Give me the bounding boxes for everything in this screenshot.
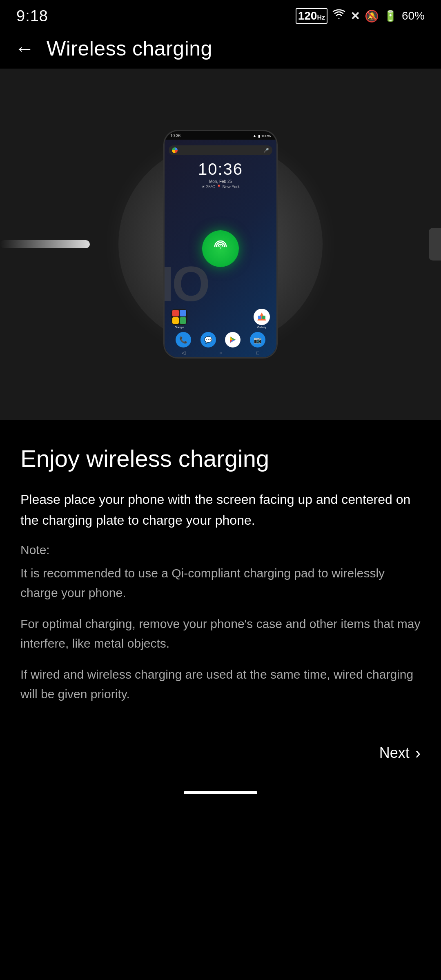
phone-clock: 10:36 [165,160,276,178]
phone-status-bar: 10:36 ▲ ▮ 100% [165,131,276,140]
phone-date: Mon, Feb 25 [165,179,276,184]
note-2: For optimal charging, remove your phone'… [20,614,421,653]
bottom-indicator [0,783,441,806]
charging-cable [0,240,90,248]
phone-battery-icon: ▮ 100% [258,134,271,138]
mute-icon: 🔕 [365,9,379,23]
google-folder: Google [171,309,187,329]
home-nav-icon: ○ [219,350,222,356]
phone-wifi-icon: ▲ [253,134,257,138]
svg-rect-3 [262,316,265,319]
back-nav-icon: ◁ [182,350,185,356]
status-time: 9:18 [16,7,48,25]
right-edge-hint [429,228,441,261]
phone-call-icon: 📞 [176,332,191,347]
drive-icon [172,317,179,324]
next-button-area[interactable]: Next › [0,732,441,783]
phone-mockup: 10:36 ▲ ▮ 100% IO 🎤 10:36 Mon, Feb 25 ☀ … [163,130,278,359]
gallery-icon [254,309,270,325]
section-title: Enjoy wireless charging [20,444,421,473]
google-folder-label: Google [175,326,184,329]
next-label: Next [379,744,410,762]
note-3: If wired and wireless charging are used … [20,665,421,704]
phone-clock-area: 10:36 Mon, Feb 25 ☀ 25°C 📍 New York [165,160,276,189]
gallery-app: Gallery [254,309,270,329]
wallpaper-number: IO [165,259,208,308]
gallery-label: Gallery [257,326,266,329]
phone-weather: ☀ 25°C 📍 New York [165,185,276,189]
page-title: Wireless charging [47,37,212,60]
phone-dock: 📞 💬 📷 [165,332,276,347]
top-bar: ← Wireless charging [0,29,441,69]
wireless-charging-icon [212,238,229,258]
phone-screen: IO 🎤 10:36 Mon, Feb 25 ☀ 25°C 📍 New York [165,140,276,357]
recents-nav-icon: □ [256,350,259,356]
google-logo [172,147,178,153]
svg-rect-2 [258,316,261,319]
status-bar: 9:18 120Hz ✕ 🔕 🔋 60% [0,0,441,29]
phone-search-bar: 🎤 [169,145,272,155]
phone-time: 10:36 [170,134,180,138]
next-button[interactable]: Next › [379,744,421,762]
note-1: It is recommended to use a Qi-compliant … [20,564,421,603]
play-store-icon [225,332,241,347]
folder-icon [171,309,187,325]
meet-icon [180,317,186,324]
maps-icon [180,310,186,316]
hero-image: 10:36 ▲ ▮ 100% IO 🎤 10:36 Mon, Feb 25 ☀ … [0,69,441,420]
next-chevron-icon: › [415,744,421,762]
back-button[interactable]: ← [15,39,34,58]
phone-app-row: Google Gallery [165,309,276,329]
gmail-icon [172,310,179,316]
battery-percent: 60% [402,9,425,22]
phone-nav-bar: ◁ ○ □ [165,350,276,356]
hz-icon: 120Hz [296,8,327,24]
camera-icon: 📷 [250,332,265,347]
content-area: Enjoy wireless charging Please place you… [0,420,441,732]
status-icons: 120Hz ✕ 🔕 🔋 60% [296,8,425,24]
signal-x-icon: ✕ [350,9,360,23]
wifi-icon [332,9,345,23]
charging-indicator [202,230,239,267]
battery-icon: 🔋 [384,10,397,22]
note-label: Note: [20,543,421,557]
section-body: Please place your phone with the screen … [20,489,421,531]
home-indicator [184,791,257,794]
messages-icon: 💬 [200,332,216,347]
